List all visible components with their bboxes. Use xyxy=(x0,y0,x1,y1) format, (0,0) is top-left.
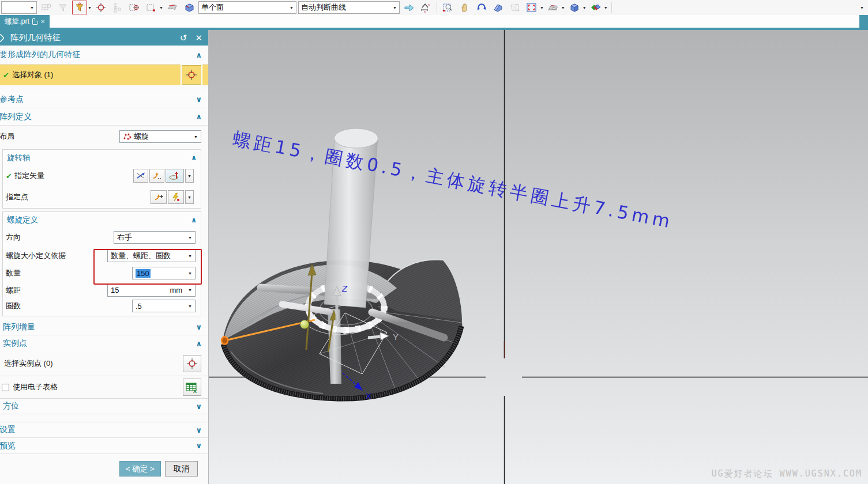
crosshair-icon xyxy=(186,69,197,81)
select-object-row[interactable]: ✔ 选择对象 (1) xyxy=(0,65,208,85)
tab-overflow-button[interactable] xyxy=(859,15,868,28)
helix-definition-group: 螺旋定义 ∧ 方向 右手 ▼ 螺旋大小定义依据 数量、螺距、圈数 ▼ 数量 15… xyxy=(2,211,201,316)
chevron-down-icon: ▼ xyxy=(186,254,192,258)
measure-icon: xx xyxy=(420,2,431,13)
spreadsheet-row: 使用电子表格 X xyxy=(0,376,208,398)
chevron-down-icon: ▼ xyxy=(290,6,294,10)
size-by-combo[interactable]: 数量、螺距、圈数 ▼ xyxy=(107,249,196,262)
reverse-direction-button[interactable] xyxy=(401,1,416,14)
selection-filter-button[interactable] xyxy=(72,1,87,14)
solid-body-button[interactable] xyxy=(182,1,197,14)
filter-gray-icon xyxy=(58,2,68,13)
vector-dialog-button[interactable] xyxy=(166,169,184,183)
region-select-icon xyxy=(146,2,156,13)
layout-combo[interactable]: 螺旋 ▼ xyxy=(119,130,201,143)
extrude-button[interactable] xyxy=(491,1,506,14)
cancel-button[interactable]: 取消 xyxy=(165,461,198,477)
collapse-chevron-icon: ∧ xyxy=(191,154,197,162)
work-plane-grid-button[interactable] xyxy=(39,1,54,14)
rotation-axis-header[interactable]: 旋转轴 ∧ xyxy=(3,150,201,165)
expand-chevron-icon: ∨ xyxy=(196,402,202,411)
axis-vector-icon xyxy=(168,171,181,180)
section-instance-points-header[interactable]: 实例点 ∧ xyxy=(0,335,208,351)
point-options-dropdown[interactable]: ▼ xyxy=(185,190,194,204)
fit-view-icon xyxy=(526,2,538,13)
wcs-snap-button[interactable] xyxy=(127,1,142,14)
count-row: 数量 150 ▼ xyxy=(3,264,201,282)
use-spreadsheet-checkbox[interactable] xyxy=(2,384,9,391)
lightning-icon xyxy=(171,192,181,202)
zoom-button[interactable] xyxy=(441,1,456,14)
curve-rule-combo[interactable]: 自动判断曲线 ▼ xyxy=(298,1,400,14)
ok-button[interactable]: < 确定 > xyxy=(119,461,161,477)
section-view-button[interactable] xyxy=(546,1,561,14)
section-preview-header[interactable]: 预览 ∨ xyxy=(0,438,208,454)
turns-field[interactable]: .5 ▼ xyxy=(132,300,196,312)
point-constructor-button[interactable] xyxy=(151,190,167,204)
section-orientation-header[interactable]: 方位 ∨ xyxy=(0,399,208,414)
tab-close-icon[interactable]: ✕ xyxy=(40,18,45,25)
section-machine-icon xyxy=(547,2,559,13)
chevron-down-icon: ▼ xyxy=(186,288,192,292)
datum-plane-lines[interactable] xyxy=(209,30,868,484)
selection-scope-combo[interactable]: ▼ xyxy=(1,1,37,14)
vector-options-dropdown[interactable]: ▼ xyxy=(185,169,194,183)
section-reference-point-header[interactable]: 参考点 ∨ xyxy=(0,91,208,108)
drag-handle-ball[interactable] xyxy=(300,320,309,329)
specify-point-row: 指定点 ▼ xyxy=(3,186,201,208)
pitch-field[interactable]: 15 mm ▼ xyxy=(107,284,196,297)
sheet-gray-icon xyxy=(167,2,178,13)
collapse-chevron-icon: ∧ xyxy=(196,112,202,121)
section-pattern-definition-header[interactable]: 阵列定义 ∧ xyxy=(0,108,208,126)
sheet-body-button[interactable] xyxy=(165,1,180,14)
face-rule-combo[interactable]: 单个面 ▼ xyxy=(198,1,296,14)
section-settings-header[interactable]: 设置 ∨ xyxy=(0,422,208,438)
chevron-down-icon: ▼ xyxy=(186,271,192,275)
point-plus-icon xyxy=(153,192,164,202)
zoom-icon xyxy=(442,2,454,13)
viewport-canvas[interactable]: Z Y X xyxy=(209,30,868,484)
axis-z-label: Z xyxy=(341,283,348,293)
chevron-down-icon[interactable]: ▼ xyxy=(88,6,92,10)
region-select-button[interactable] xyxy=(144,1,159,14)
hierarchy-button[interactable] xyxy=(110,1,125,14)
dialog-titlebar[interactable]: 阵列几何特征 ↺ ✕ xyxy=(0,30,208,46)
spreadsheet-button[interactable]: X xyxy=(183,379,201,396)
chevron-down-icon[interactable]: ▼ xyxy=(159,6,163,10)
measure-button[interactable]: xx xyxy=(418,1,433,14)
render-style-button[interactable] xyxy=(588,1,603,14)
right-empty-combo[interactable]: ▼ xyxy=(615,1,867,14)
shaded-view-button[interactable] xyxy=(567,1,582,14)
helix-definition-header[interactable]: 螺旋定义 ∧ xyxy=(3,212,201,228)
pattern-geometry-dialog: 阵列几何特征 ↺ ✕ 要形成阵列的几何特征 ∧ ✔ 选择对象 (1) 参考点 ∨… xyxy=(0,30,209,484)
auto-point-button[interactable] xyxy=(168,190,184,204)
hierarchy-icon xyxy=(112,2,123,13)
instance-point-button[interactable] xyxy=(183,355,201,372)
reset-icon[interactable]: ↺ xyxy=(180,33,187,43)
count-field[interactable]: 150 ▼ xyxy=(132,267,196,279)
chevron-down-icon[interactable]: ▼ xyxy=(604,6,608,10)
tab-helix-part[interactable]: 螺旋.prt ✕ xyxy=(0,15,50,28)
pan-button[interactable] xyxy=(457,1,472,14)
close-icon[interactable]: ✕ xyxy=(195,33,202,43)
inferred-vector-button[interactable] xyxy=(149,169,164,183)
rotate-view-button[interactable] xyxy=(474,1,489,14)
filter-disabled-button[interactable] xyxy=(55,1,70,14)
chevron-down-icon: ▼ xyxy=(191,135,198,139)
snap-point-button[interactable] xyxy=(93,1,108,14)
direction-combo[interactable]: 右手 ▼ xyxy=(114,231,196,244)
point-dialog-button[interactable] xyxy=(182,65,201,85)
chevron-down-icon[interactable]: ▼ xyxy=(540,6,544,10)
graphics-viewport[interactable]: Z Y X 螺距15，圈数0.5，主体旋转半圈上升7.5mm UG爱好者论坛 W… xyxy=(209,30,868,484)
fit-view-button[interactable] xyxy=(524,1,539,14)
chevron-down-icon: ▼ xyxy=(186,236,192,240)
perspective-button[interactable] xyxy=(508,1,523,14)
chevron-down-icon[interactable]: ▼ xyxy=(561,6,565,10)
section-geometry-header[interactable]: 要形成阵列的几何特征 ∧ xyxy=(0,46,208,65)
svg-text:X: X xyxy=(193,388,197,393)
axis-y-label: Y xyxy=(393,332,399,342)
chevron-down-icon[interactable]: ▼ xyxy=(583,6,587,10)
chevron-down-icon: ▼ xyxy=(860,6,864,10)
vector-constructor-button[interactable] xyxy=(133,169,148,183)
section-increment-header[interactable]: 阵列增量 ∨ xyxy=(0,319,208,335)
